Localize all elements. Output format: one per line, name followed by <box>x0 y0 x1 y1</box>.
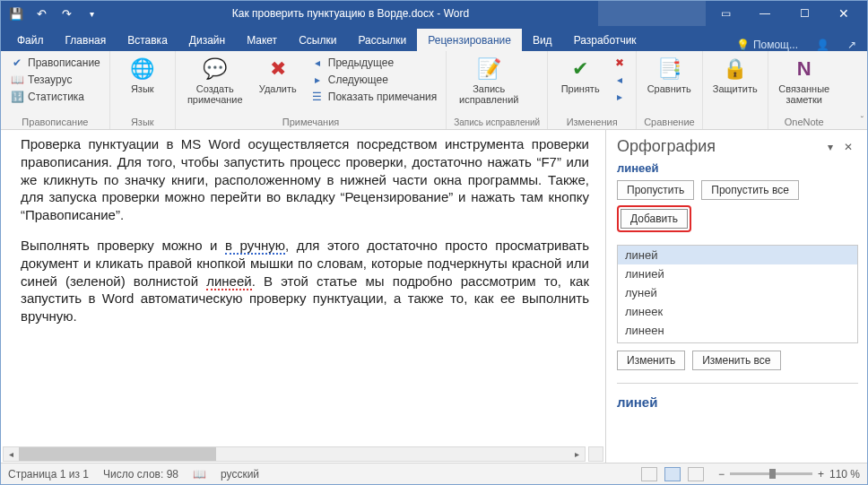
maximize-icon[interactable]: ☐ <box>785 1 824 26</box>
ribbon-display-icon[interactable]: ▭ <box>706 1 745 26</box>
suggestion-item[interactable]: линей <box>618 246 857 264</box>
web-layout-icon[interactable] <box>688 467 704 481</box>
status-bar: Страница 1 из 1 Число слов: 98 📖 русский… <box>1 463 867 484</box>
save-icon[interactable]: 💾 <box>4 4 28 23</box>
view-controls <box>641 467 704 481</box>
pane-options-icon[interactable]: ▾ <box>822 141 838 153</box>
tab-insert[interactable]: Вставка <box>117 29 178 51</box>
paragraph-1[interactable]: Проверка пунктуации в MS Word осуществля… <box>21 135 589 224</box>
divider <box>617 383 858 384</box>
onenote-icon: N <box>790 56 819 82</box>
zoom-out-icon[interactable]: − <box>718 468 725 481</box>
tab-view[interactable]: Вид <box>522 29 563 51</box>
word-count-button[interactable]: 🔢Статистика <box>8 89 102 105</box>
compare-icon: 📑 <box>655 56 683 82</box>
tab-file[interactable]: Файл <box>6 29 55 51</box>
prev-change-button[interactable]: ◂ <box>611 72 629 88</box>
tab-references[interactable]: Ссылки <box>288 29 347 51</box>
selected-suggestion: линей <box>617 394 858 410</box>
qat-customize-icon[interactable]: ▾ <box>80 4 103 23</box>
window-title: Как проверить пунктуацию в Ворде.docx - … <box>103 7 598 20</box>
undo-icon[interactable]: ↶ <box>30 4 53 23</box>
proofing-icon[interactable]: 📖 <box>193 468 206 481</box>
scroll-left-icon[interactable]: ◂ <box>4 449 19 459</box>
collapse-ribbon-icon[interactable]: ˇ <box>861 116 864 126</box>
tab-developer[interactable]: Разработчик <box>563 29 647 51</box>
suggestion-item[interactable]: линеен <box>618 321 857 340</box>
tab-review[interactable]: Рецензирование <box>417 29 522 51</box>
suggestion-item[interactable]: линией <box>618 264 857 283</box>
tell-me[interactable]: 💡Помощ... <box>731 39 803 51</box>
prev-change-icon: ◂ <box>612 73 627 87</box>
title-bar: 💾 ↶ ↷ ▾ Как проверить пунктуацию в Ворде… <box>1 1 867 26</box>
tab-mailings[interactable]: Рассылки <box>347 29 417 51</box>
pane-header: Орфография ▾ ✕ <box>617 135 858 160</box>
linked-notes-button[interactable]: N Связанные заметки <box>776 55 833 105</box>
delete-comment-icon: ✖ <box>264 56 292 82</box>
scroll-right-icon[interactable]: ▸ <box>569 449 585 459</box>
pane-title: Орфография <box>617 137 716 156</box>
lock-icon: 🔒 <box>721 56 750 82</box>
paragraph-2[interactable]: Выполнять проверку можно и в ручную, для… <box>21 237 589 325</box>
suggestion-item[interactable]: линеек <box>618 302 857 321</box>
ignore-all-button[interactable]: Пропустить все <box>701 180 799 200</box>
zoom-slider[interactable] <box>730 472 812 475</box>
minimize-icon[interactable]: ― <box>745 1 785 26</box>
page-indicator[interactable]: Страница 1 из 1 <box>8 468 89 481</box>
scroll-thumb[interactable] <box>19 447 216 461</box>
change-button[interactable]: Изменить <box>617 351 685 370</box>
show-comments-button[interactable]: ☰Показать примечания <box>308 89 439 105</box>
protect-button[interactable]: 🔒 Защитить <box>710 55 760 94</box>
compare-button[interactable]: 📑 Сравнить <box>644 55 694 94</box>
delete-comment-button[interactable]: ✖ Удалить <box>253 55 303 94</box>
accept-button[interactable]: ✔ Принять <box>555 55 605 94</box>
read-mode-icon[interactable] <box>641 467 657 481</box>
language-button[interactable]: 🌐 Язык <box>117 55 168 94</box>
change-all-button[interactable]: Изменить все <box>692 351 780 370</box>
account-button[interactable]: 👤 <box>811 39 835 51</box>
track-changes-button[interactable]: 📝 Запись исправлений <box>454 55 524 105</box>
zoom-in-icon[interactable]: + <box>818 468 824 481</box>
prev-icon: ◂ <box>310 56 325 70</box>
workspace: Проверка пунктуации в MS Word осуществля… <box>1 130 867 463</box>
tab-home[interactable]: Главная <box>55 29 117 51</box>
redo-icon[interactable]: ↷ <box>55 4 78 23</box>
next-comment-button[interactable]: ▸Следующее <box>308 72 439 88</box>
tab-layout[interactable]: Макет <box>236 29 288 51</box>
print-layout-icon[interactable] <box>664 467 681 481</box>
reject-button[interactable]: ✖ <box>611 55 629 71</box>
pane-close-icon[interactable]: ✕ <box>838 141 858 153</box>
group-changes: ✔ Принять ✖ ◂ ▸ Изменения <box>548 51 637 129</box>
horizontal-scrollbar[interactable]: ◂ ▸ <box>3 446 586 462</box>
document-page[interactable]: Проверка пунктуации в MS Word осуществля… <box>1 130 605 331</box>
account-icon[interactable] <box>598 1 706 26</box>
suggestion-item[interactable]: луней <box>618 283 857 302</box>
new-comment-button[interactable]: 💬 Создать примечание <box>183 55 247 105</box>
word-count[interactable]: Число слов: 98 <box>103 468 178 481</box>
share-button[interactable]: ↗ <box>842 39 862 51</box>
language-indicator[interactable]: русский <box>221 468 259 481</box>
comment-icon: 💬 <box>201 56 230 82</box>
suggestions-list[interactable]: линей линией луней линеек линеен <box>617 245 858 343</box>
spelling-pane: Орфография ▾ ✕ линеей Пропустить Пропуст… <box>605 130 867 463</box>
next-change-button[interactable]: ▸ <box>611 89 629 105</box>
document-area[interactable]: Проверка пунктуации в MS Word осуществля… <box>1 130 605 463</box>
add-to-dictionary-button[interactable]: Добавить <box>621 209 688 229</box>
show-icon: ☰ <box>310 90 325 104</box>
spelling-error[interactable]: линеей <box>206 273 251 290</box>
group-language: 🌐 Язык Язык <box>110 51 176 129</box>
tab-design[interactable]: Дизайн <box>178 29 236 51</box>
ignore-button[interactable]: Пропустить <box>617 180 694 200</box>
add-highlight: Добавить <box>617 205 691 232</box>
prev-comment-button[interactable]: ◂Предыдущее <box>308 55 439 71</box>
thesaurus-button[interactable]: 📖Тезаурус <box>8 72 102 88</box>
stats-icon: 🔢 <box>10 90 24 104</box>
close-icon[interactable]: ✕ <box>824 1 864 26</box>
globe-icon: 🌐 <box>128 56 157 82</box>
spelling-button[interactable]: ✔Правописание <box>8 55 102 71</box>
book-icon: 📖 <box>10 73 24 87</box>
grammar-error[interactable]: в ручную <box>225 238 285 255</box>
window-controls: ▭ ― ☐ ✕ <box>598 1 864 26</box>
zoom-level[interactable]: 110 % <box>829 468 860 481</box>
next-icon: ▸ <box>310 73 325 87</box>
